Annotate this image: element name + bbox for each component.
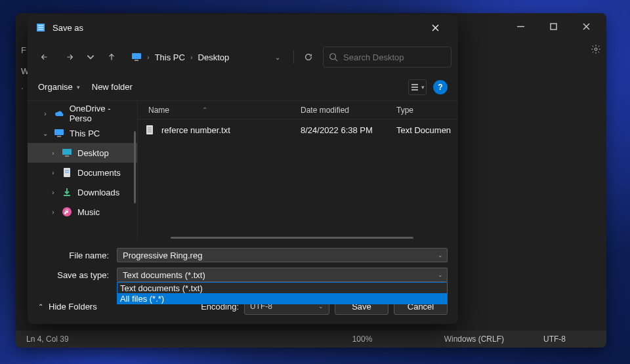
sidebar-item-label: Downloads	[77, 188, 119, 197]
dialog-toolbar: Organise▾ New folder ▾ ?	[28, 73, 458, 101]
pc-icon	[54, 128, 64, 138]
sidebar-item-downloads[interactable]: ›Downloads	[28, 182, 137, 202]
sidebar-item-label: This PC	[70, 129, 100, 138]
download-icon	[62, 187, 72, 197]
file-list-header: Name⌃ Date modified Type	[138, 101, 458, 119]
view-mode-button[interactable]: ▾	[408, 79, 427, 95]
chevron-right-icon[interactable]: ›	[50, 169, 56, 176]
svg-point-4	[595, 48, 597, 51]
chevron-down-icon[interactable]: ⌄	[438, 252, 443, 258]
help-button[interactable]: ?	[433, 80, 448, 94]
svg-rect-1	[551, 24, 556, 30]
search-box[interactable]	[323, 47, 452, 68]
maximize-button[interactable]	[538, 16, 568, 37]
breadcrumb[interactable]: › This PC › Desktop ⌄	[126, 47, 289, 68]
nav-recent-button[interactable]	[84, 47, 97, 68]
nav-up-button[interactable]	[101, 47, 122, 68]
notepad-icon	[35, 22, 46, 33]
gear-icon[interactable]	[591, 44, 601, 56]
file-list-scrollbar-h[interactable]	[171, 237, 413, 239]
dialog-titlebar: Save as	[28, 14, 458, 41]
new-folder-button[interactable]: New folder	[92, 82, 133, 92]
file-type: Text Documen	[396, 125, 458, 135]
column-header-date[interactable]: Date modified	[301, 106, 396, 115]
status-lineending: Windows (CRLF)	[444, 334, 504, 344]
savetype-select[interactable]: Text documents (*.txt)⌄	[117, 268, 448, 282]
savetype-option[interactable]: Text documents (*.txt)	[117, 283, 447, 293]
savetype-dropdown: Text documents (*.txt)All files (*.*)	[117, 282, 448, 304]
menu-file[interactable]: F	[21, 45, 26, 55]
organise-button[interactable]: Organise▾	[38, 82, 80, 92]
file-date: 8/24/2022 6:38 PM	[301, 125, 396, 135]
sidebar-item-label: OneDrive - Perso	[70, 104, 133, 123]
column-header-name[interactable]: Name⌃	[138, 106, 301, 115]
text-file-icon	[138, 125, 161, 135]
chevron-right-icon[interactable]: ›	[50, 209, 56, 216]
svg-rect-12	[135, 60, 138, 61]
status-zoom: 100%	[352, 334, 405, 344]
chevron-down-icon: ▾	[77, 84, 80, 91]
svg-rect-19	[57, 136, 61, 137]
sidebar-item-label: Music	[77, 207, 100, 217]
nav-forward-button[interactable]	[59, 47, 80, 68]
svg-line-14	[335, 59, 338, 62]
sidebar-scrollbar[interactable]	[134, 131, 136, 203]
chevron-right-icon[interactable]: ›	[50, 150, 56, 157]
chevron-right-icon[interactable]: ›	[50, 189, 56, 196]
pc-icon	[131, 52, 142, 62]
save-as-dialog: Save as › This PC › Desktop ⌄ Organise▾ …	[28, 14, 458, 324]
filename-input[interactable]: Progressive Ring.reg⌄	[117, 248, 448, 262]
hide-folders-button[interactable]: ⌃Hide Folders	[38, 302, 97, 312]
search-input[interactable]	[343, 52, 453, 62]
minimize-button[interactable]	[505, 16, 536, 37]
savetype-label: Save as type:	[38, 270, 109, 280]
explorer-body: ›OneDrive - Perso⌄This PC›Desktop›Docume…	[28, 101, 458, 240]
status-cursor: Ln 4, Col 39	[26, 334, 79, 344]
filename-label: File name:	[38, 251, 109, 260]
chevron-up-icon: ⌃	[38, 303, 43, 310]
svg-rect-21	[65, 155, 69, 157]
breadcrumb-leaf[interactable]: Desktop	[198, 52, 230, 62]
chevron-down-icon[interactable]: ⌄	[438, 272, 443, 278]
chevron-down-icon[interactable]: ⌄	[42, 130, 49, 137]
savetype-option[interactable]: All files (*.*)	[117, 293, 447, 304]
breadcrumb-dropdown[interactable]: ⌄	[271, 54, 284, 61]
sort-indicator-icon: ⌃	[202, 106, 207, 113]
svg-point-13	[330, 54, 336, 60]
sidebar-item-desktop[interactable]: ›Desktop	[28, 143, 137, 163]
save-form: File name: Progressive Ring.reg⌄ Save as…	[28, 240, 458, 298]
sidebar-item-this-pc[interactable]: ⌄This PC	[28, 123, 137, 143]
status-encoding: UTF-8	[543, 334, 596, 344]
sidebar-item-label: Documents	[77, 168, 121, 178]
svg-rect-18	[54, 129, 64, 135]
file-row[interactable]: referce number.txt8/24/2022 6:38 PMText …	[138, 119, 458, 140]
chevron-right-icon: ›	[190, 53, 193, 61]
dialog-title: Save as	[52, 23, 83, 33]
notepad-statusbar: Ln 4, Col 39 100% Windows (CRLF) UTF-8	[16, 331, 606, 348]
column-header-type[interactable]: Type	[396, 106, 458, 115]
search-icon	[329, 52, 338, 62]
music-icon	[62, 207, 72, 217]
desktop-icon	[62, 148, 72, 158]
address-bar: › This PC › Desktop ⌄	[28, 41, 458, 73]
svg-rect-11	[132, 53, 141, 59]
doc-icon	[62, 167, 72, 178]
chevron-right-icon[interactable]: ›	[42, 110, 49, 117]
refresh-button[interactable]	[298, 47, 319, 68]
sidebar-item-onedrive-perso[interactable]: ›OneDrive - Perso	[28, 104, 137, 123]
breadcrumb-root[interactable]: This PC	[155, 52, 185, 62]
divider	[293, 51, 294, 64]
cloud-icon	[54, 108, 64, 119]
close-button[interactable]	[571, 16, 601, 37]
nav-back-button[interactable]	[34, 47, 55, 68]
file-name: referce number.txt	[161, 125, 230, 135]
sidebar-tree: ›OneDrive - Perso⌄This PC›Desktop›Docume…	[28, 101, 138, 240]
chevron-right-icon: ›	[147, 53, 150, 61]
dialog-close-button[interactable]	[420, 17, 450, 38]
sidebar-item-music[interactable]: ›Music	[28, 202, 137, 222]
chevron-down-icon: ▾	[421, 84, 425, 91]
sidebar-item-documents[interactable]: ›Documents	[28, 163, 137, 182]
file-list: Name⌃ Date modified Type referce number.…	[138, 101, 458, 240]
svg-rect-20	[62, 149, 72, 155]
sidebar-item-label: Desktop	[77, 148, 109, 158]
